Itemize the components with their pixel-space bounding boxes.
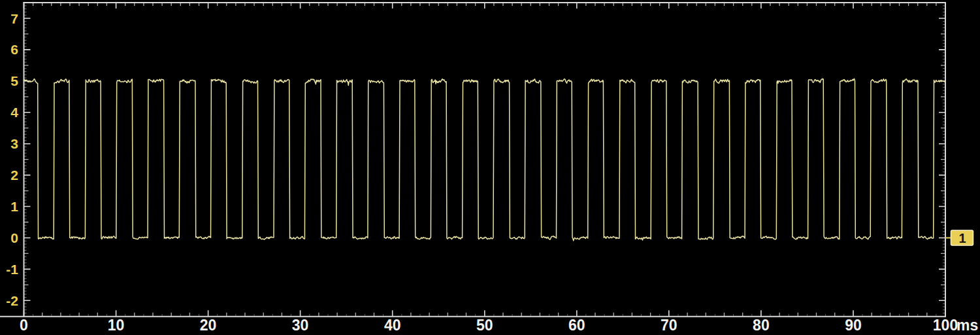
- y-axis-labels: 76543210-1-2: [6, 11, 18, 308]
- square-wave-trace: [24, 79, 945, 240]
- channel-1-trace: [24, 79, 945, 240]
- y-tick-label: 6: [10, 42, 18, 57]
- oscilloscope-display: 76543210-1-2 0102030405060708090100 ms 1: [0, 0, 980, 335]
- x-tick-label: 10: [108, 317, 125, 334]
- x-tick-label: 100: [933, 317, 958, 334]
- x-tick-label: 40: [384, 317, 401, 334]
- y-tick-label: -2: [6, 293, 18, 308]
- y-tick-label: 2: [10, 168, 18, 183]
- x-axis-unit-label: ms: [956, 317, 978, 334]
- y-tick-label: 1: [10, 199, 18, 214]
- x-tick-label: 70: [661, 317, 678, 334]
- x-tick-label: 50: [476, 317, 493, 334]
- x-tick-label: 90: [845, 317, 862, 334]
- y-tick-label: -1: [6, 262, 18, 277]
- y-tick-label: 5: [10, 73, 18, 88]
- x-axis-labels: 0102030405060708090100: [20, 317, 958, 334]
- y-tick-label: 7: [10, 11, 18, 26]
- y-tick-label: 0: [10, 230, 18, 245]
- x-tick-label: 60: [568, 317, 585, 334]
- axis-ticks: [24, 3, 946, 316]
- plot-frame: [0, 2, 946, 317]
- channel-1-marker[interactable]: 1: [945, 230, 973, 245]
- x-tick-label: 30: [292, 317, 309, 334]
- waveform-plot: 76543210-1-2 0102030405060708090100 ms 1: [0, 0, 980, 335]
- x-tick-label: 80: [753, 317, 770, 334]
- channel-marker-label: 1: [958, 231, 966, 245]
- y-tick-label: 3: [10, 136, 18, 151]
- y-tick-label: 4: [10, 105, 18, 120]
- x-tick-label: 20: [200, 317, 217, 334]
- x-tick-label: 0: [20, 317, 28, 334]
